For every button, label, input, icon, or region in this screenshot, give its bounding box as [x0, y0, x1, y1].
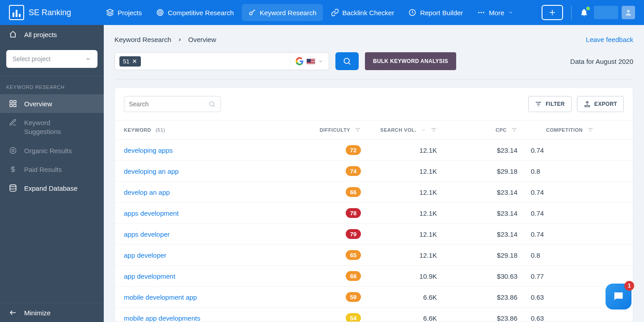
divider	[114, 79, 633, 79]
sidebar-minimize-label: Minimize	[24, 309, 51, 317]
layers-icon	[106, 8, 114, 17]
leave-feedback-link[interactable]: Leave feedback	[586, 36, 633, 43]
svg-point-25	[210, 102, 214, 106]
search-region-picker[interactable]	[290, 53, 329, 70]
cell-difficulty: 68	[294, 271, 361, 281]
table-row: developing apps7212.1K$23.140.74	[115, 140, 633, 161]
export-button[interactable]: EXPORT	[577, 96, 624, 112]
nav-backlink[interactable]: Backlink Checker	[325, 4, 401, 21]
notifications-button[interactable]	[580, 8, 589, 17]
export-button-label: EXPORT	[594, 101, 617, 107]
key-icon	[248, 8, 256, 17]
cell-difficulty: 65	[294, 250, 361, 260]
chat-fab[interactable]: 1	[606, 284, 631, 309]
search-button[interactable]	[335, 52, 359, 70]
keyword-link[interactable]: developing apps	[124, 146, 173, 154]
keyword-count-chip[interactable]: 51	[119, 56, 141, 67]
avatar	[622, 6, 635, 19]
filter-col-icon[interactable]	[431, 127, 437, 133]
dollar-icon	[9, 165, 17, 173]
sidebar-minimize[interactable]: Minimize	[0, 303, 104, 322]
brand-logo[interactable]: SE Ranking	[4, 5, 76, 20]
cell-keyword: app developer	[124, 251, 294, 259]
table-row: apps developer7912.1K$23.140.74	[115, 224, 633, 245]
keyword-link[interactable]: mobile development app	[124, 293, 197, 301]
cell-competition: 0.74	[517, 230, 593, 238]
keyword-link[interactable]: app development	[124, 272, 175, 280]
th-cpc[interactable]: CPC	[437, 127, 517, 133]
nav-competitive[interactable]: Competitive Research	[150, 4, 240, 21]
nav-competitive-label: Competitive Research	[168, 9, 234, 17]
keyword-link[interactable]: apps developer	[124, 230, 170, 238]
sidebar-all-projects[interactable]: All projects	[0, 25, 104, 44]
cell-search-vol: 12.1K	[361, 251, 437, 259]
bulk-analysis-label: BULK KEYWORD ANALYSIS	[373, 58, 448, 64]
svg-rect-14	[14, 105, 16, 107]
nav-projects[interactable]: Projects	[100, 4, 148, 21]
project-select[interactable]: Select project	[6, 50, 97, 68]
chat-badge: 1	[624, 281, 634, 291]
sort-desc-icon[interactable]	[421, 127, 426, 133]
cell-search-vol: 10.9K	[361, 272, 437, 280]
th-keyword[interactable]: KEYWORD (51)	[124, 127, 294, 133]
filter-col-icon[interactable]	[355, 127, 361, 133]
chevron-right-icon	[178, 38, 182, 42]
table-search-input[interactable]	[129, 100, 208, 108]
keyword-link[interactable]: app developer	[124, 251, 166, 259]
table-row: app development6810.9K$30.630.77	[115, 266, 633, 287]
cell-cpc: $23.14	[437, 146, 517, 154]
add-button[interactable]	[542, 5, 563, 20]
table-row: mobile development app596.6K$23.860.63	[115, 287, 633, 308]
svg-point-11	[627, 10, 630, 13]
keyword-link[interactable]: apps development	[124, 209, 179, 217]
cell-search-vol: 12.1K	[361, 230, 437, 238]
notification-dot-icon	[586, 7, 590, 10]
keyword-link[interactable]: develop an app	[124, 188, 170, 196]
th-search-vol-label: SEARCH VOL.	[380, 127, 416, 133]
th-competition-label: COMPETITION	[546, 127, 583, 133]
table-search[interactable]	[124, 96, 220, 112]
sidebar-overview-label: Overview	[24, 100, 52, 108]
th-competition[interactable]: COMPETITION	[517, 127, 593, 133]
sidebar-suggestions[interactable]: Keyword Suggestions	[0, 113, 104, 141]
cell-competition: 0.63	[517, 314, 593, 322]
table-row: develop an app6612.1K$23.140.74	[115, 182, 633, 203]
nav-keyword-research[interactable]: Keyword Research	[242, 4, 323, 21]
cell-keyword: app development	[124, 272, 294, 280]
difficulty-pill: 78	[346, 208, 361, 218]
cell-search-vol: 6.6K	[361, 293, 437, 301]
svg-rect-15	[10, 105, 12, 107]
cell-difficulty: 74	[294, 166, 361, 176]
upload-icon	[584, 100, 591, 108]
sidebar-overview[interactable]: Overview	[0, 94, 104, 113]
results-panel: FILTER EXPORT KEYWORD (51) DIFFICULTY	[114, 88, 633, 322]
nav-more[interactable]: More	[471, 4, 519, 21]
svg-point-7	[481, 12, 482, 13]
database-icon	[9, 184, 17, 192]
breadcrumb-root[interactable]: Keyword Research	[114, 36, 171, 43]
th-search-vol[interactable]: SEARCH VOL.	[361, 127, 437, 133]
nav-report[interactable]: Report Builder	[402, 4, 469, 21]
chevron-down-icon	[508, 10, 513, 15]
th-difficulty[interactable]: DIFFICULTY	[294, 127, 361, 133]
close-icon[interactable]	[132, 59, 137, 64]
breadcrumb-current: Overview	[188, 36, 216, 43]
keyword-link[interactable]: developing an app	[124, 167, 179, 175]
cell-search-vol: 6.6K	[361, 314, 437, 322]
cell-keyword: apps development	[124, 209, 294, 217]
filter-col-icon[interactable]	[587, 127, 593, 133]
filter-button[interactable]: FILTER	[528, 96, 572, 112]
filter-col-icon[interactable]	[511, 127, 517, 133]
bulk-analysis-button[interactable]: BULK KEYWORD ANALYSIS	[365, 52, 456, 70]
keyword-search[interactable]: 51	[114, 52, 329, 70]
edit-icon	[9, 118, 17, 126]
sidebar-organic[interactable]: Organic Results	[0, 141, 104, 160]
user-menu[interactable]	[594, 6, 635, 19]
svg-line-24	[349, 63, 351, 65]
data-date: Data for August 2020	[570, 58, 633, 65]
sidebar-paid[interactable]: Paid Results	[0, 160, 104, 179]
keyword-link[interactable]: mobile app developments	[124, 314, 200, 322]
cell-cpc: $29.18	[437, 167, 517, 175]
keyword-count-chip-label: 51	[123, 58, 129, 65]
sidebar-expand-database[interactable]: Expand Database	[0, 179, 104, 197]
